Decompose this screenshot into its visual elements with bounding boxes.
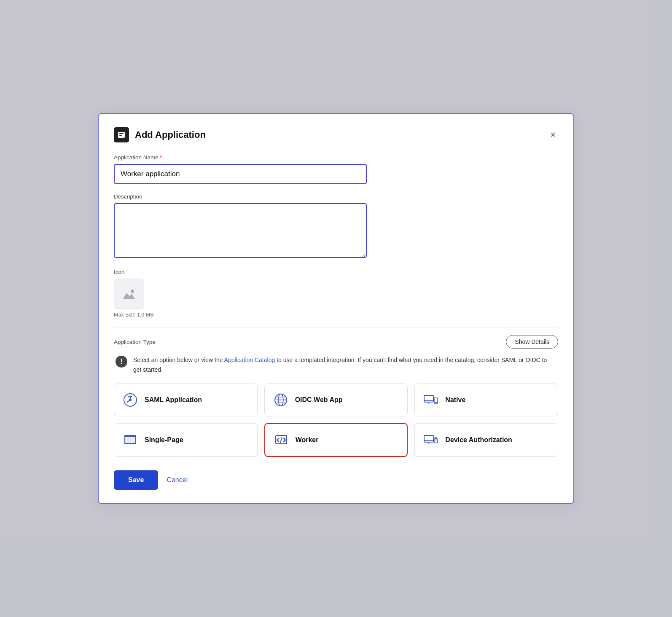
native-icon <box>423 392 438 408</box>
info-text: Select an option below or view the Appli… <box>133 355 556 374</box>
save-button[interactable]: Save <box>114 470 158 490</box>
description-label: Description <box>114 193 558 200</box>
app-name-label: Application Name* <box>114 154 558 161</box>
oidc-web-label: OIDC Web App <box>295 396 343 404</box>
type-card-worker[interactable]: Worker <box>264 423 408 457</box>
image-placeholder-icon <box>122 288 136 300</box>
required-star: * <box>160 154 162 161</box>
svg-rect-18 <box>125 436 135 443</box>
info-icon: ! <box>116 356 127 368</box>
svg-line-21 <box>280 437 282 443</box>
svg-point-27 <box>435 440 436 441</box>
type-card-saml[interactable]: SAML Application <box>114 384 258 416</box>
native-label: Native <box>445 396 465 404</box>
saml-icon <box>123 392 138 408</box>
worker-label: Worker <box>296 436 319 444</box>
add-application-modal: Add Application × Application Name* Desc… <box>98 113 574 504</box>
single-page-label: Single-Page <box>145 436 183 444</box>
icon-section: Icon Max Size 1.0 MB <box>114 269 558 318</box>
svg-rect-19 <box>124 435 136 437</box>
modal-title: Add Application <box>135 129 206 140</box>
max-size-text: Max Size 1.0 MB <box>114 312 558 318</box>
app-name-input[interactable] <box>114 164 367 184</box>
svg-point-4 <box>131 290 134 293</box>
type-card-native[interactable]: Native <box>414 384 558 416</box>
saml-label: SAML Application <box>145 396 202 404</box>
single-page-icon <box>123 432 138 448</box>
footer-buttons: Save Cancel <box>114 470 558 490</box>
modal-overlay: Add Application × Application Name* Desc… <box>0 0 672 617</box>
show-details-button[interactable]: Show Details <box>506 335 558 349</box>
oidc-web-icon <box>273 392 288 408</box>
svg-rect-1 <box>119 133 124 134</box>
close-button[interactable]: × <box>548 129 558 140</box>
svg-rect-26 <box>435 437 437 439</box>
description-section: Description <box>114 193 558 260</box>
modal-title-area: Add Application <box>114 127 206 142</box>
device-auth-label: Device Authorization <box>445 436 512 444</box>
worker-icon <box>274 432 289 448</box>
description-input[interactable] <box>114 203 367 258</box>
svg-marker-3 <box>123 293 135 299</box>
icon-upload-box[interactable] <box>114 279 144 309</box>
svg-rect-12 <box>424 395 433 402</box>
modal-header: Add Application × <box>114 127 558 142</box>
app-name-section: Application Name* <box>114 154 558 184</box>
icon-label: Icon <box>114 269 558 275</box>
svg-rect-2 <box>119 135 122 136</box>
app-icon <box>117 131 126 139</box>
cancel-button[interactable]: Cancel <box>167 476 188 484</box>
app-catalog-link[interactable]: Application Catalog <box>224 357 275 363</box>
divider <box>114 327 558 327</box>
app-type-header: Application Type Show Details <box>114 335 558 349</box>
type-card-oidc-web[interactable]: OIDC Web App <box>264 384 408 416</box>
app-type-grid: SAML Application OIDC Web App <box>114 384 558 457</box>
app-type-label: Application Type <box>114 339 156 345</box>
type-card-single-page[interactable]: Single-Page <box>114 423 258 457</box>
type-card-device-auth[interactable]: Device Authorization <box>414 423 558 457</box>
info-banner: ! Select an option below or view the App… <box>114 355 558 374</box>
svg-point-6 <box>129 399 132 401</box>
app-icon-box <box>114 127 129 142</box>
device-auth-icon <box>423 432 438 448</box>
svg-rect-22 <box>424 435 433 442</box>
svg-rect-15 <box>434 398 438 404</box>
